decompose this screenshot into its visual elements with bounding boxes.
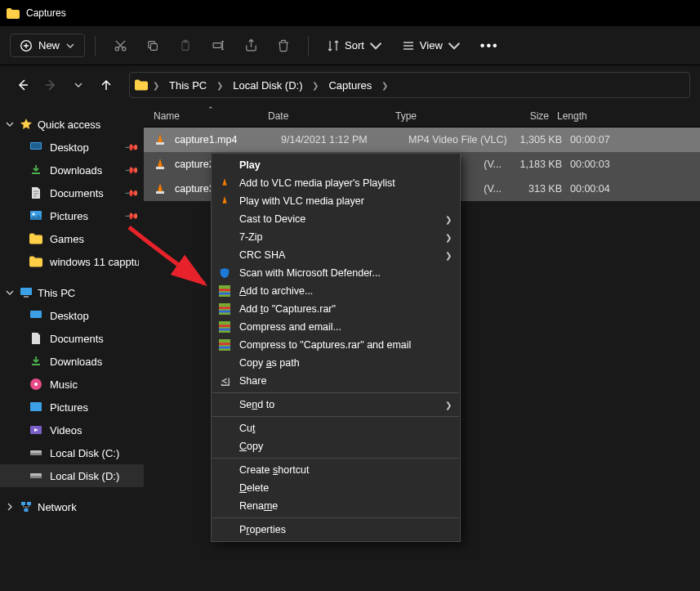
view-button[interactable]: View	[394, 34, 469, 57]
vlc-icon	[154, 133, 167, 146]
svg-rect-21	[30, 476, 42, 478]
file-size: 1,183 KB	[506, 159, 570, 170]
sidebar-label: This PC	[38, 287, 75, 299]
share-button[interactable]	[236, 31, 265, 60]
sidebar-item-w11captures[interactable]: windows 11 capptures	[0, 250, 144, 273]
sidebar-item-disk-c[interactable]: Local Disk (C:)	[0, 441, 144, 464]
sort-label: Sort	[345, 39, 364, 51]
folder-icon	[7, 8, 20, 19]
ctx-play[interactable]: Play	[212, 156, 460, 174]
sidebar-item-label: Downloads	[50, 356, 102, 368]
col-name[interactable]: Name⌃	[154, 110, 268, 122]
ctx-compress-email[interactable]: Compress and email...	[212, 318, 460, 336]
forward-button[interactable]	[38, 72, 64, 98]
up-button[interactable]	[93, 72, 119, 98]
svg-rect-11	[20, 288, 32, 295]
breadcrumb[interactable]: Captures	[323, 76, 377, 95]
sidebar-item-disk-d[interactable]: Local Disk (D:)	[0, 464, 144, 487]
sidebar-item-games[interactable]: Games	[0, 227, 144, 250]
svg-rect-13	[30, 311, 42, 318]
breadcrumb[interactable]: This PC	[164, 76, 212, 95]
sort-icon	[327, 39, 340, 52]
chevron-right-icon[interactable]: ❯	[215, 81, 225, 90]
blank-icon	[218, 159, 231, 172]
sidebar-item-documents[interactable]: Documents	[0, 327, 144, 350]
ctx-copy[interactable]: Copy	[212, 437, 460, 455]
cut-button[interactable]	[105, 31, 135, 60]
copy-button[interactable]	[138, 31, 167, 60]
new-button[interactable]: New	[10, 34, 85, 57]
blank-icon	[218, 463, 231, 477]
column-headers: Name⌃ Date Type Size Length	[144, 105, 700, 128]
winrar-icon	[218, 338, 231, 351]
ctx-add-playlist[interactable]: Add to VLC media player's Playlist	[212, 174, 460, 192]
svg-rect-12	[24, 296, 29, 298]
disk-icon	[29, 469, 42, 482]
delete-button[interactable]	[269, 31, 298, 60]
svg-rect-6	[213, 43, 221, 48]
chevron-right-icon[interactable]: ❯	[151, 81, 161, 90]
ctx-defender[interactable]: Scan with Microsoft Defender...	[212, 264, 460, 282]
ctx-crc[interactable]: CRC SHA❯	[212, 246, 460, 264]
sort-button[interactable]: Sort	[319, 34, 390, 57]
pin-icon: 📌	[123, 139, 139, 154]
sidebar-item-pictures[interactable]: Pictures	[0, 396, 144, 419]
sidebar-item-videos[interactable]: Videos	[0, 419, 144, 441]
breadcrumb[interactable]: Local Disk (D:)	[228, 76, 307, 95]
separator	[95, 36, 96, 56]
chevron-right-icon	[5, 502, 15, 512]
download-icon	[29, 163, 42, 177]
sidebar-header-this-pc[interactable]: This PC	[0, 281, 144, 304]
svg-rect-27	[156, 191, 164, 194]
sidebar-item-documents[interactable]: Documents 📌	[0, 181, 144, 204]
svg-rect-39	[219, 347, 230, 349]
ctx-compress-captures[interactable]: Compress to "Captures.rar" and email	[212, 336, 460, 354]
sidebar-item-label: Desktop	[50, 141, 89, 154]
pin-icon: 📌	[123, 208, 139, 223]
ctx-delete[interactable]: Delete	[212, 479, 460, 497]
svg-rect-38	[219, 343, 230, 345]
address-bar[interactable]: ❯ This PC ❯ Local Disk (D:) ❯ Captures ❯	[129, 72, 690, 98]
col-length[interactable]: Length	[557, 110, 622, 122]
sidebar-item-downloads[interactable]: Downloads	[0, 350, 144, 373]
col-type[interactable]: Type	[395, 110, 493, 122]
table-row[interactable]: capture1.mp4 9/14/2021 1:12 PM MP4 Video…	[144, 128, 700, 152]
disk-icon	[29, 446, 42, 459]
sidebar-item-downloads[interactable]: Downloads 📌	[0, 159, 144, 181]
ctx-cast[interactable]: Cast to Device❯	[212, 210, 460, 228]
sidebar-item-pictures[interactable]: Pictures 📌	[0, 204, 144, 227]
ctx-properties[interactable]: Properties	[212, 521, 460, 539]
chevron-right-icon[interactable]: ❯	[380, 81, 390, 90]
ctx-cut[interactable]: Cut	[212, 419, 460, 437]
ctx-add-archive[interactable]: Add to archive...	[212, 282, 460, 300]
pin-icon: 📌	[123, 185, 139, 200]
ctx-add-captures[interactable]: Add to "Captures.rar"	[212, 300, 460, 318]
chevron-right-icon[interactable]: ❯	[310, 81, 320, 90]
rename-button[interactable]	[203, 31, 233, 60]
sidebar-item-music[interactable]: Music	[0, 373, 144, 396]
back-button[interactable]	[10, 72, 36, 98]
ctx-shortcut[interactable]: Create shortcut	[212, 461, 460, 479]
svg-point-10	[33, 213, 35, 216]
sidebar-item-label: Pictures	[50, 210, 88, 222]
folder-icon	[29, 232, 42, 245]
blank-icon	[218, 499, 231, 513]
sidebar-item-label: windows 11 capptures	[50, 256, 139, 268]
ctx-play-vlc[interactable]: Play with VLC media player	[212, 192, 460, 210]
ctx-share[interactable]: Share	[212, 372, 460, 390]
sidebar-header-network[interactable]: Network	[0, 495, 144, 518]
ctx-copy-path[interactable]: Copy as path	[212, 354, 460, 372]
sidebar-item-desktop[interactable]: Desktop	[0, 304, 144, 327]
recent-button[interactable]	[65, 72, 91, 98]
sidebar-header-quick-access[interactable]: Quick access	[0, 113, 144, 136]
more-button[interactable]: •••	[472, 38, 507, 53]
col-size[interactable]: Size	[493, 110, 557, 122]
paste-button[interactable]	[171, 31, 200, 60]
ctx-7zip[interactable]: 7-Zip❯	[212, 228, 460, 246]
ctx-rename[interactable]: Rename	[212, 497, 460, 515]
col-date[interactable]: Date	[268, 110, 395, 122]
sidebar-item-desktop[interactable]: Desktop 📌	[0, 136, 144, 159]
file-date: 9/14/2021 1:12 PM	[281, 134, 408, 146]
ctx-send-to[interactable]: Send to❯	[212, 396, 460, 414]
new-label: New	[38, 39, 60, 51]
